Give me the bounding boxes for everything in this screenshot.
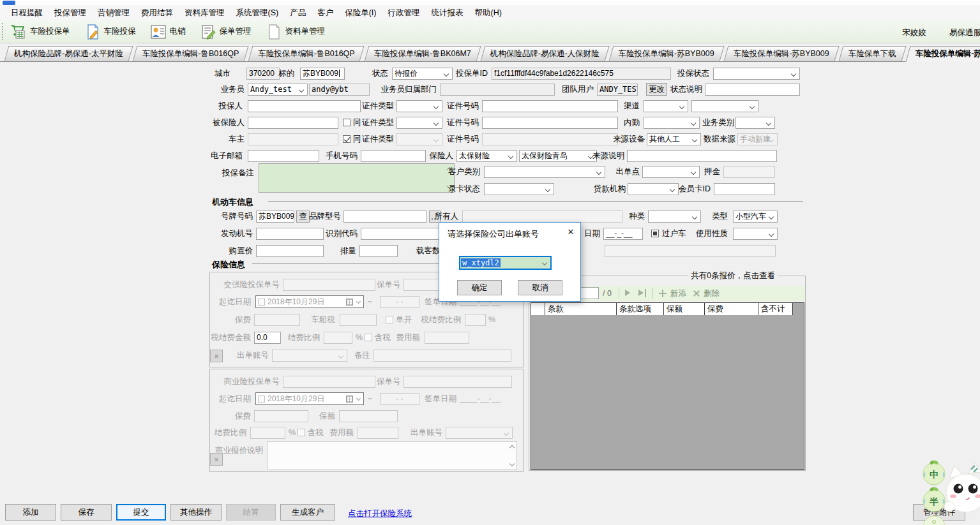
col-header-clause: 条款 <box>545 303 617 315</box>
register-date-field[interactable]: __-_-__ <box>603 228 643 240</box>
status-note-field[interactable] <box>705 84 800 96</box>
other-actions-button[interactable]: 其他操作 <box>170 504 222 521</box>
sy-tilde: ~ <box>368 393 377 405</box>
menu-item-customer[interactable]: 客户 <box>312 5 339 20</box>
channel-select-2[interactable] <box>691 100 758 112</box>
blank-page-icon <box>266 24 282 40</box>
displacement-field[interactable] <box>359 245 398 257</box>
account-combobox[interactable]: w_xtydl2 <box>459 256 552 270</box>
source-device-select[interactable]: 其他人工 <box>647 133 701 145</box>
subject-field[interactable]: 苏BYB009 <box>300 68 345 80</box>
toolbar-button-policy-mgmt[interactable]: 保单管理 <box>197 22 254 41</box>
salesman-dept-label: 业务员归属部门 <box>373 84 437 96</box>
applicant-label: 投保人 <box>198 100 243 112</box>
current-user[interactable]: 宋姣姣 <box>902 27 926 38</box>
plate-field[interactable]: 苏BYB009 <box>256 211 294 223</box>
tab-bar: 机构保险品牌-易保通-太平财险 车险投保单编辑-鲁B016QP 车险投保单编辑-… <box>6 46 980 62</box>
tab-brand-taiping[interactable]: 机构保险品牌-易保通-太平财险 <box>6 46 131 61</box>
next-page-icon[interactable] <box>625 290 630 296</box>
dialog-cancel-button[interactable]: 取消 <box>518 280 562 295</box>
transfer-car-checkbox[interactable] <box>651 230 659 237</box>
channel-select-1[interactable] <box>644 100 688 112</box>
member-id-field[interactable] <box>714 183 775 195</box>
vehicle-type-select[interactable]: 小型汽车 <box>733 211 778 223</box>
cert-no-field-owner <box>482 133 618 145</box>
menu-item-report[interactable]: 统计报表 <box>425 5 469 20</box>
delete-quote-icon[interactable] <box>693 290 700 297</box>
purchase-price-field[interactable] <box>256 245 324 257</box>
menu-item-product[interactable]: 产品 <box>284 5 312 20</box>
biz-type-select[interactable] <box>735 117 775 129</box>
internal-staff-select[interactable] <box>644 117 700 129</box>
menu-item-system[interactable]: 系统管理(S) <box>230 5 285 20</box>
open-insurance-system-link[interactable]: 点击打开保险系统 <box>348 508 412 519</box>
menu-item-apply-mgmt[interactable]: 投保管理 <box>49 5 92 20</box>
jq-start-date-picker: 2018年10月29日 <box>255 295 364 308</box>
insurer-branch-select[interactable]: 太保财险青岛 <box>519 150 597 162</box>
sy-apply-no-field <box>283 376 375 388</box>
source-note-field[interactable] <box>627 150 777 162</box>
tab-edit-suBYB009-1[interactable]: 车险投保单编辑-苏BYB009 <box>611 46 722 61</box>
insured-field[interactable] <box>248 117 338 129</box>
brand-name[interactable]: 易保通服务 <box>949 27 980 38</box>
save-button[interactable]: 保存 <box>61 504 112 521</box>
jq-apply-no-label: 交强险投保单号 <box>211 279 280 291</box>
sy-close-button[interactable]: × <box>210 453 223 466</box>
dialog-ok-button[interactable]: 确定 <box>457 280 502 295</box>
last-page-icon[interactable] <box>638 290 644 296</box>
engine-no-field[interactable] <box>256 228 324 240</box>
same-as-owner-checkbox[interactable] <box>343 135 351 143</box>
jq-tax-amount-field[interactable]: 0.0 <box>254 332 281 344</box>
manage-attachments-button[interactable]: 管理附件 <box>913 504 965 521</box>
tab-edit-suBYB009-active[interactable]: 车险投保单编辑-苏BYB009 <box>908 46 980 62</box>
card-status-select[interactable] <box>484 183 554 195</box>
tab-policy-download[interactable]: 车险保单下载 <box>841 46 904 61</box>
tab-edit-suBYB009-2[interactable]: 车险投保单编辑-苏BYB009 <box>726 46 837 61</box>
menu-item-library[interactable]: 资料库管理 <box>179 5 230 20</box>
toolbar-button-car-apply[interactable]: 车险投保 <box>82 22 139 41</box>
row-selector-header <box>531 303 545 315</box>
quotes-group-label[interactable]: 共有0条报价，点击查看 <box>688 270 778 281</box>
menu-item-admin[interactable]: 行政管理 <box>382 5 425 20</box>
tab-edit-luBK06M7[interactable]: 车险投保单编辑-鲁BK06M7 <box>366 46 479 61</box>
menu-item-help[interactable]: 帮助(H) <box>469 5 507 20</box>
toolbar-separator <box>652 288 653 299</box>
dialog-close-icon[interactable]: ✕ <box>565 226 577 238</box>
add-quote-label[interactable]: 新添 <box>670 287 686 300</box>
jq-date-range-label: 起讫日期 <box>216 296 251 308</box>
vehicle-kind-select[interactable] <box>648 211 701 223</box>
tab-brand-picc[interactable]: 机构保险品牌-易保通-人保财险 <box>483 46 607 61</box>
email-field[interactable] <box>248 150 319 162</box>
usage-select[interactable] <box>733 228 778 240</box>
apply-note-textarea[interactable] <box>259 163 455 193</box>
jq-close-button[interactable]: × <box>210 350 223 362</box>
salesman-select[interactable]: Andy_test <box>248 84 308 96</box>
apply-status-select[interactable] <box>713 68 800 80</box>
applicant-field[interactable] <box>248 100 361 112</box>
cert-no-field-insured[interactable] <box>482 117 618 129</box>
add-button[interactable]: 添加 <box>5 504 56 521</box>
menu-item-marketing[interactable]: 营销管理 <box>92 5 135 20</box>
col-header-clause-option: 条款选项 <box>617 303 664 315</box>
mobile-field[interactable] <box>361 150 426 162</box>
tab-edit-luB016QP-2[interactable]: 车险投保单编辑-鲁B016QP <box>250 46 362 61</box>
menu-item-policy[interactable]: 保险单(I) <box>339 5 382 20</box>
tab-edit-luB016QP-1[interactable]: 车险投保单编辑-鲁B016QP <box>135 46 246 61</box>
issue-point-select[interactable] <box>642 166 700 178</box>
submit-button[interactable]: 提交 <box>116 504 166 521</box>
menu-item-schedule[interactable]: 日程提醒 <box>5 5 49 20</box>
same-as-applicant-checkbox[interactable] <box>343 119 351 126</box>
delete-quote-label[interactable]: 删除 <box>704 287 720 300</box>
customer-type-select[interactable] <box>484 166 605 178</box>
loan-org-select[interactable] <box>628 183 679 195</box>
toolbar-button-car-apply-form[interactable]: 车险投保单 <box>8 22 73 41</box>
brand-model-field[interactable] <box>343 211 426 223</box>
add-quote-icon[interactable] <box>659 290 667 297</box>
cert-no-field-applicant[interactable] <box>482 100 618 112</box>
menu-item-fee[interactable]: 费用结算 <box>135 5 179 20</box>
generate-customer-button[interactable]: 生成客户 <box>280 504 335 521</box>
toolbar-button-data-sheet-mgmt[interactable]: 资料单管理 <box>263 22 328 41</box>
insurer-select[interactable]: 太保财险 <box>456 150 517 162</box>
toolbar-button-telemarketing[interactable]: 电销 <box>147 22 188 41</box>
selected-account-text: w_xtydl2 <box>461 258 501 267</box>
